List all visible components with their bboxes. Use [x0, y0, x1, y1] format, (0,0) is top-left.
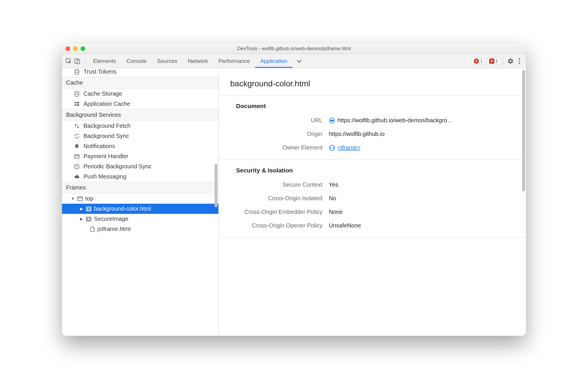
- frame-label: SecureImage: [94, 216, 128, 222]
- sidebar-item-background-sync[interactable]: Background Sync: [62, 131, 218, 141]
- iframe-icon: [86, 216, 92, 222]
- row-cross-origin-isolated: Cross-Origin Isolated No: [230, 192, 514, 205]
- main-area: Trust Tokens Cache Cache Storage Applica…: [62, 68, 526, 336]
- credit-card-icon: [74, 153, 80, 160]
- iframe-icon: [86, 206, 92, 212]
- tab-elements[interactable]: Elements: [88, 54, 121, 68]
- label-icon: [329, 117, 335, 124]
- svg-rect-16: [87, 208, 90, 210]
- sidebar-item-periodic-background-sync[interactable]: Periodic Background Sync: [62, 161, 218, 172]
- frame-secure-image[interactable]: ▶ SecureImage: [62, 214, 218, 224]
- frame-jsiframe[interactable]: jsIframe.html: [62, 224, 218, 234]
- content-scrollbar[interactable]: [522, 70, 525, 192]
- panel-tabs: Elements Console Sources Network Perform…: [88, 54, 293, 68]
- url-value: https://wolfib.github.io/web-demos/backg…: [337, 117, 453, 124]
- issues-badge[interactable]: ✕ 1: [487, 58, 500, 65]
- devtools-window: DevTools - wolfib.github.io/web-demos/js…: [62, 43, 526, 336]
- chevron-right-icon: ▶: [79, 217, 84, 221]
- tab-performance[interactable]: Performance: [213, 54, 255, 68]
- svg-point-7: [75, 91, 79, 93]
- element-icon: [329, 145, 335, 151]
- coi-value: No: [329, 195, 336, 202]
- secure-context-value: Yes: [329, 181, 338, 188]
- issue-icon: ✕: [489, 59, 494, 64]
- sidebar-item-label: Notifications: [84, 143, 115, 150]
- tab-network[interactable]: Network: [183, 54, 213, 68]
- application-sidebar: Trust Tokens Cache Cache Storage Applica…: [62, 68, 219, 336]
- coi-label: Cross-Origin Isolated: [230, 195, 329, 202]
- coop-label: Cross-Origin Opener Policy: [230, 222, 329, 229]
- row-url: URL https://wolfib.github.io/web-demos/b…: [230, 114, 514, 127]
- chevron-down-icon: ▼: [71, 196, 75, 201]
- database-icon: [74, 69, 80, 75]
- sidebar-item-application-cache[interactable]: Application Cache: [62, 99, 218, 109]
- secure-context-label: Secure Context: [230, 181, 329, 188]
- sidebar-item-trust-tokens[interactable]: Trust Tokens: [62, 68, 218, 77]
- sidebar-item-label: Application Cache: [84, 101, 130, 107]
- sidebar-item-notifications[interactable]: Notifications: [62, 141, 218, 151]
- sidebar-scrollbar[interactable]: [215, 164, 217, 207]
- sidebar-item-cache-storage[interactable]: Cache Storage: [62, 89, 218, 99]
- document-icon: [90, 226, 95, 232]
- window-title: DevTools - wolfib.github.io/web-demos/js…: [62, 46, 526, 52]
- cloud-icon: [74, 174, 80, 180]
- devtools-toolbar: Elements Console Sources Network Perform…: [62, 54, 526, 68]
- inspect-element-icon[interactable]: [64, 57, 73, 65]
- frame-background-color[interactable]: ▶ background-color.html: [62, 204, 218, 214]
- bell-icon: [74, 143, 80, 150]
- tab-sources[interactable]: Sources: [152, 54, 183, 68]
- owner-element-link[interactable]: <iframe>: [337, 144, 360, 151]
- toolbar-divider: [503, 57, 503, 65]
- frame-label: top: [85, 195, 93, 202]
- svg-rect-12: [75, 155, 79, 158]
- device-toolbar-icon[interactable]: [73, 57, 82, 65]
- origin-label: Origin: [230, 131, 329, 137]
- coep-value: None: [329, 209, 343, 215]
- owner-label: Owner Element: [230, 144, 329, 151]
- section-document: Document: [230, 96, 514, 114]
- sidebar-group-frames: Frames: [62, 182, 218, 194]
- chevron-right-icon: ▶: [79, 207, 84, 211]
- console-errors-badge[interactable]: ✕ 1: [472, 58, 485, 65]
- tab-application[interactable]: Application: [255, 54, 293, 68]
- tab-console[interactable]: Console: [121, 54, 152, 68]
- sidebar-item-background-fetch[interactable]: Background Fetch: [62, 121, 218, 131]
- svg-point-6: [75, 69, 79, 71]
- svg-rect-2: [77, 60, 80, 64]
- svg-rect-20: [330, 120, 334, 121]
- frame-detail-panel: background-color.html Document URL https…: [219, 68, 526, 336]
- sidebar-item-label: Cache Storage: [84, 90, 122, 97]
- sidebar-item-label: Push Messaging: [84, 173, 126, 180]
- svg-rect-18: [87, 218, 90, 220]
- coep-label: Cross-Origin Embedder Policy: [230, 209, 329, 215]
- sidebar-item-push-messaging[interactable]: Push Messaging: [62, 172, 218, 182]
- settings-icon[interactable]: [506, 57, 515, 65]
- row-secure-context: Secure Context Yes: [230, 178, 514, 192]
- window-icon: [77, 196, 83, 202]
- svg-point-4: [519, 60, 520, 62]
- row-origin: Origin https://wolfib.github.io: [230, 127, 514, 141]
- more-tabs-icon[interactable]: [293, 59, 306, 63]
- sync-icon: [74, 133, 80, 139]
- database-icon: [74, 91, 80, 97]
- transfer-icon: [74, 123, 80, 129]
- url-label: URL: [230, 117, 329, 124]
- detail-title: background-color.html: [230, 74, 514, 95]
- svg-rect-9: [77, 102, 79, 103]
- toolbar-divider: [85, 57, 85, 65]
- sidebar-item-label: Periodic Background Sync: [84, 163, 152, 170]
- svg-rect-8: [75, 102, 76, 103]
- frame-top[interactable]: ▼ top: [62, 194, 218, 204]
- kebab-menu-icon[interactable]: [515, 57, 524, 65]
- sidebar-item-label: Background Fetch: [84, 123, 130, 129]
- row-coop: Cross-Origin Opener Policy UnsafeNone: [230, 219, 514, 232]
- svg-rect-10: [75, 104, 76, 106]
- sidebar-item-label: Trust Tokens: [84, 68, 116, 75]
- titlebar: DevTools - wolfib.github.io/web-demos/js…: [62, 43, 526, 54]
- sidebar-group-cache: Cache: [62, 77, 218, 89]
- row-owner-element: Owner Element <iframe>: [230, 141, 514, 154]
- frame-label: jsIframe.html: [97, 226, 130, 232]
- sidebar-item-label: Background Sync: [84, 133, 129, 139]
- sidebar-item-payment-handler[interactable]: Payment Handler: [62, 151, 218, 161]
- coop-value: UnsafeNone: [329, 222, 361, 229]
